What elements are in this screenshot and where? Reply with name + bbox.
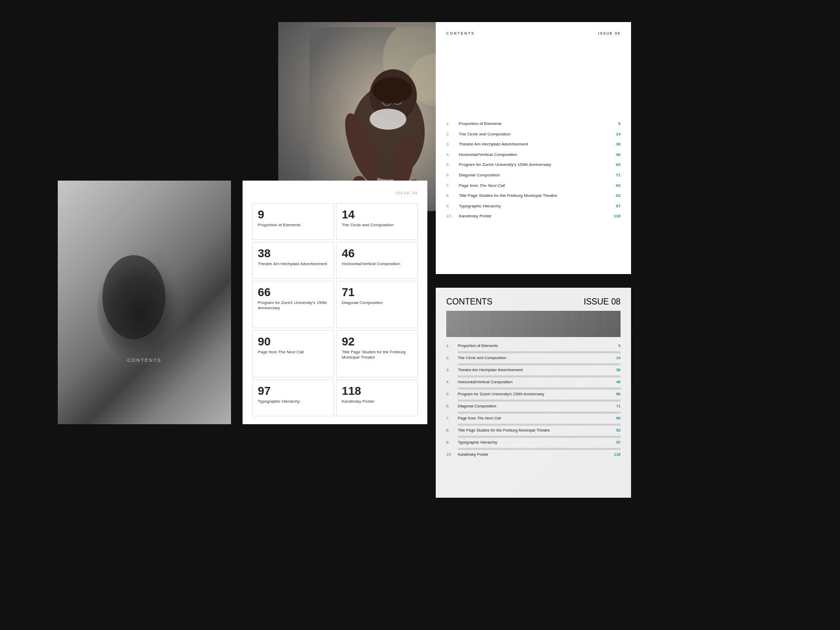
tt-page-6: 71 <box>612 404 621 408</box>
item-title-46: Horizontal/Vertical Composition <box>342 261 412 267</box>
tt-bar-1 <box>458 351 621 353</box>
toc-num-6: 6. <box>446 173 456 177</box>
tt-title-3: Theatre Am Hechplatz Advertisement <box>456 368 612 372</box>
tt-num-6: 6. <box>446 404 456 408</box>
item-title-9: Proportion of Elements <box>258 223 328 228</box>
tt-row-9: 9. Typographic Hierarchy 97 <box>446 440 621 445</box>
toc-row-3: 3. Theatre Am Hechplatz Advertisement 38 <box>446 142 621 147</box>
grid-last-row: 97 Typographic Hierarchy 118 Kandinsky P… <box>252 380 418 416</box>
tt-bar-7 <box>458 424 621 426</box>
tt-row-8: 8. Title Page Studies for the Freiburg M… <box>446 428 621 433</box>
tt-bar-8 <box>458 436 621 438</box>
toc-texture-rows: 1. Proportion of Elements 9 2. The Circl… <box>446 343 621 457</box>
tt-num-9: 9. <box>446 440 456 445</box>
toc-header-label: CONTENTS <box>446 32 475 35</box>
toc-row-7: 7. Page from The Next Call 90 <box>446 183 621 188</box>
tt-title-5: Program for Zurich University's 150th An… <box>456 392 612 396</box>
tt-num-7: 7. <box>446 416 456 421</box>
tt-row-3: 3. Theatre Am Hechplatz Advertisement 38 <box>446 368 621 372</box>
toc-title-2: The Circle and Composition <box>456 132 610 137</box>
tt-page-2: 14 <box>612 355 621 360</box>
item-number-118: 118 <box>342 385 412 397</box>
tt-row-4: 4. Horizontal/Vertical Composition 46 <box>446 380 621 384</box>
tt-title-2: The Circle and Composition <box>456 355 612 360</box>
item-number-38: 38 <box>258 248 328 259</box>
toc-texture-header-label: CONTENTS <box>446 297 492 307</box>
toc-page-4: 46 <box>610 152 621 157</box>
tt-title-4: Horizontal/Vertical Composition <box>456 380 612 384</box>
toc-page-2: 14 <box>610 132 621 136</box>
toc-title-9: Typographic Hierarchy <box>456 204 610 209</box>
grid-item-97: 97 Typographic Hierarchy <box>252 380 334 416</box>
toc-num-10: 10. <box>446 214 456 218</box>
toc-row-9: 9. Typographic Hierarchy 97 <box>446 204 621 209</box>
toc-row-5: 5. Program for Zurich University's 150th… <box>446 162 621 167</box>
tt-row-6: 6. Diagonal Composition 71 <box>446 404 621 408</box>
toc-rows: 1. Proportion of Elements 9 2. The Circl… <box>446 121 621 219</box>
grid-item-38: 38 Theatre Am Hechplatz Advertisement <box>252 242 334 279</box>
toc-num-8: 8. <box>446 193 456 198</box>
item-title-118: Kandinsky Poster <box>342 399 412 404</box>
tt-page-7: 90 <box>612 416 621 421</box>
tt-bar-3 <box>458 375 621 377</box>
tt-row-2: 2. The Circle and Composition 14 <box>446 355 621 360</box>
tt-bar-4 <box>458 387 621 390</box>
grid-item-71: 71 Diagonal Composition <box>336 281 418 328</box>
toc-title-8: Title Page Studies for the Freiburg Muni… <box>456 193 610 198</box>
tt-title-6: Diagonal Composition <box>456 404 612 408</box>
toc-num-1: 1. <box>446 121 456 126</box>
toc-num-5: 5. <box>446 162 456 167</box>
tt-bar-5 <box>458 400 621 402</box>
item-title-92: Title Page Studies for the Freiburg Muni… <box>342 350 412 361</box>
blob-svg <box>87 229 202 376</box>
item-title-14: The Circle and Composition <box>342 223 412 228</box>
toc-title-7: Page from The Next Call <box>456 183 610 188</box>
grid-item-14: 14 The Circle and Composition <box>336 203 418 240</box>
tt-page-10: 118 <box>612 452 621 457</box>
grid-item-9: 9 Proportion of Elements <box>252 203 334 240</box>
item-number-14: 14 <box>342 209 412 220</box>
tt-num-8: 8. <box>446 428 456 433</box>
tt-title-1: Proportion of Elements <box>456 343 612 348</box>
toc-texture-content: CONTENTS ISSUE 08 1. Proportion of Eleme… <box>436 288 631 498</box>
item-title-71: Diagonal Composition <box>342 300 412 306</box>
toc-row-4: 4. Horizontal/Vertical Composition 46 <box>446 152 621 158</box>
item-title-97: Typographic Hierarchy <box>258 399 328 404</box>
tt-title-10: Kandinsky Poster <box>456 452 612 457</box>
tt-num-10: 10. <box>446 452 456 457</box>
gray-cover-card: CONTENTS <box>58 181 231 424</box>
tt-title-8: Title Page Studies for the Freiburg Muni… <box>456 428 612 433</box>
tt-bar-6 <box>458 412 621 414</box>
tt-page-5: 66 <box>612 392 621 396</box>
toc-title-6: Diagonal Composition <box>456 173 610 178</box>
toc-num-2: 2. <box>446 132 456 136</box>
item-title-90: Page from The Next Call <box>258 350 328 355</box>
svg-point-16 <box>102 255 165 339</box>
tt-page-4: 46 <box>612 380 621 384</box>
tt-page-1: 9 <box>612 343 621 348</box>
contents-grid-card: ISSUE 08 9 Proportion of Elements 14 The… <box>243 181 427 424</box>
toc-row-10: 10. Kandinsky Poster 118 <box>446 214 621 219</box>
grid-item-90: 90 Page from The Next Call <box>252 330 334 377</box>
toc-spacer <box>446 37 621 121</box>
toc-texture-header: CONTENTS ISSUE 08 <box>446 297 621 307</box>
toc-title-1: Proportion of Elements <box>456 121 610 127</box>
tt-num-4: 4. <box>446 380 456 384</box>
toc-num-7: 7. <box>446 183 456 188</box>
svg-point-7 <box>370 109 406 130</box>
toc-page-8: 92 <box>610 193 621 198</box>
toc-page-7: 90 <box>610 183 621 188</box>
tt-num-5: 5. <box>446 392 456 396</box>
item-title-38: Theatre Am Hechplatz Advertisement <box>258 261 328 267</box>
toc-page-10: 118 <box>610 214 621 218</box>
toc-num-3: 3. <box>446 142 456 146</box>
tt-num-3: 3. <box>446 368 456 372</box>
item-number-92: 92 <box>342 336 412 348</box>
tt-title-9: Typographic Hierarchy <box>456 440 612 445</box>
toc-title-10: Kandinsky Poster <box>456 214 610 219</box>
toc-header: CONTENTS ISSUE 08 <box>446 32 621 35</box>
cover-label: CONTENTS <box>127 358 162 363</box>
grid-item-118: 118 Kandinsky Poster <box>336 380 418 416</box>
toc-page-9: 97 <box>610 204 621 208</box>
tt-title-7: Page from The Next Call <box>456 416 612 421</box>
